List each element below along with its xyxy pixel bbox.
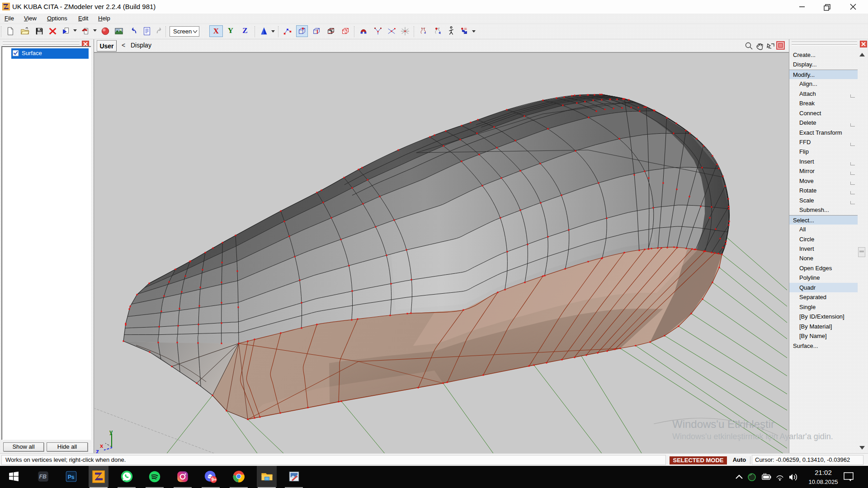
svg-text:Ps: Ps (67, 474, 74, 480)
svg-text:x: x (100, 442, 104, 449)
svg-text:FB: FB (39, 474, 47, 480)
svg-text:9+: 9+ (212, 477, 217, 482)
svg-text:y: y (109, 428, 113, 435)
